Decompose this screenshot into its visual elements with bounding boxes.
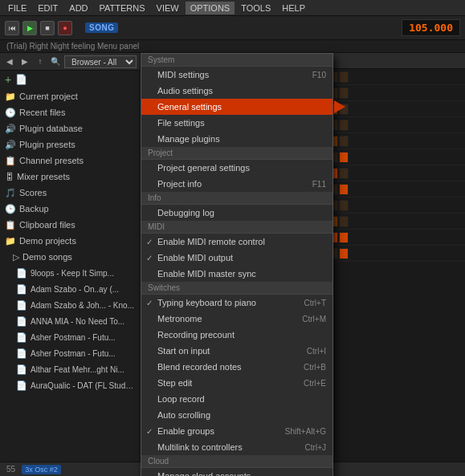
file-icon: 📄 [16,268,27,279]
sidebar-file-3[interactable]: 📄 ANNA MIA - No Need To... [0,313,140,329]
menu-item-step-edit[interactable]: Step edit Ctrl+E [141,375,332,391]
file-label: 9loops - Keep It Simp... [31,269,114,278]
menu-view[interactable]: VIEW [152,2,184,14]
menu-item-project-info[interactable]: Project info F11 [141,176,332,192]
menu-item-audio-settings[interactable]: Audio settings [141,83,332,99]
menu-item-enable-groups[interactable]: ✓ Enable groups Shift+Alt+G [141,423,332,439]
menu-item-debugging-log[interactable]: Debugging log [141,205,332,221]
checkmark-icon: ✓ [146,427,153,436]
browser-dropdown[interactable]: Browser - All [64,55,137,68]
pad[interactable] [339,168,349,179]
file-icon: 📄 [16,348,27,359]
menu-tools[interactable]: TOOLS [236,2,275,14]
sidebar-label: Plugin presets [19,140,75,149]
sidebar-item-demo-songs[interactable]: ▷ Demo songs [0,249,140,265]
sidebar-file-6[interactable]: 📄 Althar Feat Mehr...ght Ni... [0,361,140,377]
sidebar-item-scores[interactable]: 🎵 Scores [0,185,140,201]
sidebar-item-channel-presets[interactable]: 📋 Channel presets [0,153,140,169]
menu-item-metronome[interactable]: Metronome Ctrl+M [141,311,332,327]
sidebar-item-recent-files[interactable]: 🕒 Recent files [0,104,140,120]
sidebar-item-clipboard[interactable]: 📋 Clipboard files [0,217,140,233]
sidebar-file-0[interactable]: 📄 9loops - Keep It Simp... [0,265,140,281]
pad[interactable] [339,200,349,211]
file-icon[interactable]: 📄 [14,73,27,86]
menu-item-project-general[interactable]: Project general settings [141,160,332,176]
pad[interactable] [339,136,349,147]
stop-btn[interactable]: ■ [40,21,55,35]
menu-file[interactable]: FILE [3,2,31,14]
item-label: Manage plugins [157,134,220,144]
item-label: Metronome [157,314,202,323]
sidebar-file-2[interactable]: 📄 Adam Szabo & Joh... - Kno... [0,297,140,313]
menu-options[interactable]: OPTIONS [186,2,235,14]
sidebar-item-demo-projects[interactable]: 📁 Demo projects [0,233,140,249]
menu-edit[interactable]: EDIT [33,2,63,14]
sidebar-label: Current project [19,92,78,101]
shortcut-label: Ctrl+J [305,443,326,452]
sidebar-item-mixer-presets[interactable]: 🎛 Mixer presets [0,169,140,185]
pad[interactable] [339,232,349,243]
up-icon[interactable]: ↑ [34,55,47,68]
file-label: ANNA MIA - No Need To... [31,317,124,326]
rewind-btn[interactable]: ⏮ [5,21,19,35]
sidebar-file-5[interactable]: 📄 Asher Postman - Futu... [0,345,140,361]
checkmark-icon: ✓ [146,299,153,307]
menu-item-multilink[interactable]: Multilink to controllers Ctrl+J [141,439,332,455]
item-label: Enable MIDI master sync [157,269,256,279]
shortcut-label: Ctrl+I [307,347,326,356]
pad[interactable] [339,216,349,227]
file-label: Adam Szabo - On..ay (... [31,285,119,294]
menu-item-loop-record[interactable]: Loop record [141,391,332,407]
play-btn[interactable]: ▶ [22,21,37,35]
sidebar-label: Scores [19,188,47,197]
menu-patterns[interactable]: PATTERNS [95,2,150,14]
section-header-cloud: Cloud [141,455,332,468]
sidebar-file-1[interactable]: 📄 Adam Szabo - On..ay (... [0,281,140,297]
file-label: AuraQualic - DAT (FL Studio Remix) [31,381,135,390]
bpm-display[interactable]: 105.000 [402,19,460,36]
menu-item-file-settings[interactable]: File settings [141,115,332,131]
item-label: Project general settings [157,163,250,173]
sidebar-item-plugin-database[interactable]: 🔊 Plugin database [0,120,140,136]
transport-bar: ⏮ ▶ ■ ● SONG 105.000 [0,16,465,40]
pad[interactable] [339,71,349,83]
options-dropdown-menu: System MIDI settings F10 Audio settings … [141,53,333,476]
menu-item-midi-settings[interactable]: MIDI settings F10 [141,67,332,83]
menu-item-typing-keyboard[interactable]: ✓ Typing keyboard to piano Ctrl+T [141,295,332,311]
song-mode-badge[interactable]: SONG [85,22,118,33]
pad[interactable] [339,248,349,259]
menu-item-enable-midi-remote[interactable]: ✓ Enable MIDI remote control [141,234,332,250]
search-icon[interactable]: 🔍 [49,55,62,68]
item-label: File settings [157,118,205,128]
menu-add[interactable]: ADD [64,2,92,14]
forward-icon[interactable]: ▶ [18,55,31,68]
menu-item-manage-cloud[interactable]: Manage cloud accounts... [141,468,332,476]
menu-item-enable-midi-master[interactable]: Enable MIDI master sync [141,266,332,282]
record-btn[interactable]: ● [58,21,72,35]
sidebar-file-7[interactable]: 📄 AuraQualic - DAT (FL Studio Remix) [0,377,140,393]
menu-item-recording-precount[interactable]: Recording precount [141,327,332,343]
pad[interactable] [339,152,349,163]
sidebar-file-4[interactable]: 📄 Asher Postman - Futu... [0,329,140,345]
menu-bar: FILE EDIT ADD PATTERNS VIEW OPTIONS TOOL… [0,0,465,16]
sidebar-item-plugin-presets[interactable]: 🔊 Plugin presets [0,136,140,153]
menu-item-blend-recorded[interactable]: Blend recorded notes Ctrl+B [141,359,332,375]
pad[interactable] [339,87,349,99]
menu-item-general-settings[interactable]: General settings [141,99,332,115]
sidebar-item-current-project[interactable]: 📁 Current project [0,88,140,104]
pad[interactable] [339,184,349,195]
add-icon[interactable]: + [5,73,11,86]
checkmark-icon: ✓ [146,238,153,246]
shortcut-label: Ctrl+B [304,363,326,372]
menu-item-enable-midi-output[interactable]: ✓ Enable MIDI output [141,250,332,266]
sidebar-toolbar: ◀ ▶ ↑ 🔍 Browser - All [0,53,140,71]
item-label: Debugging log [157,208,214,218]
menu-item-manage-plugins[interactable]: Manage plugins [141,131,332,147]
menu-item-start-on-input[interactable]: Start on input Ctrl+I [141,343,332,359]
menu-item-auto-scrolling[interactable]: Auto scrolling [141,407,332,423]
file-label: Asher Postman - Futu... [31,333,116,342]
back-icon[interactable]: ◀ [3,55,16,68]
sidebar-item-backup[interactable]: 🕒 Backup [0,201,140,217]
pad[interactable] [339,120,349,131]
menu-help[interactable]: HELP [277,2,310,14]
